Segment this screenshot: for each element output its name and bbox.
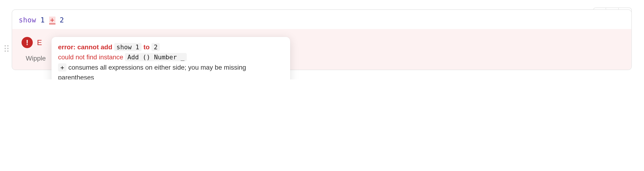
hint-plus-code: +	[58, 63, 66, 71]
svg-point-4	[7, 45, 9, 46]
svg-point-3	[4, 45, 6, 46]
error-code-snippet: 2	[152, 43, 160, 51]
token-number-2: 2	[60, 16, 64, 24]
error-icon: !	[22, 37, 33, 48]
svg-point-5	[4, 48, 6, 49]
error-title: E	[37, 38, 42, 47]
error-code-snippet: show 1	[114, 43, 142, 51]
tooltip-hint-line: + consumes all expressions on either sid…	[58, 62, 284, 79]
svg-point-6	[7, 48, 9, 49]
token-number-1: 1	[40, 16, 45, 24]
svg-point-7	[4, 50, 6, 52]
error-tooltip: error: cannot add show 1 to 2 could not …	[52, 37, 290, 79]
tooltip-instance-line: could not find instance Add () Number _	[58, 52, 284, 62]
token-operator-plus[interactable]: +	[49, 16, 56, 24]
instance-code: Add () Number _	[125, 53, 187, 61]
svg-point-8	[7, 50, 9, 52]
token-show: show	[19, 16, 36, 24]
drag-handle[interactable]	[4, 45, 9, 54]
tooltip-error-line: error: cannot add show 1 to 2	[58, 42, 284, 52]
code-line[interactable]: show 1 + 2	[19, 16, 625, 29]
drag-icon	[4, 45, 9, 52]
